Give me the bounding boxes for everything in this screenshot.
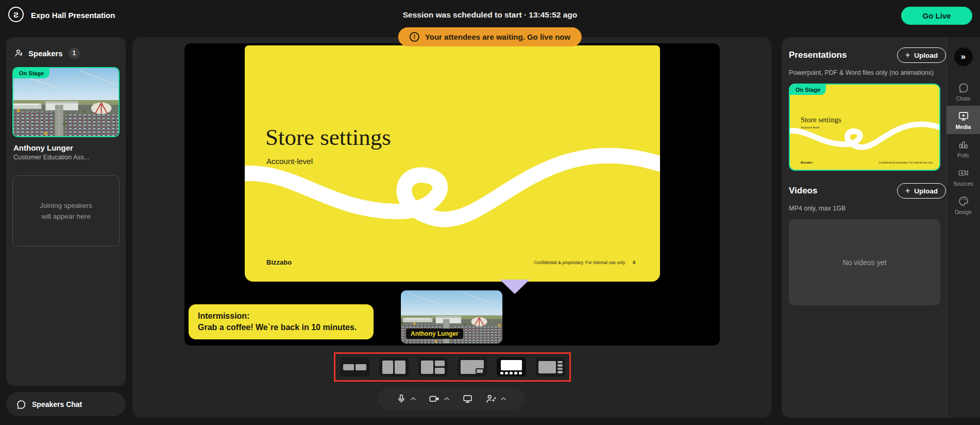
presentation-slide[interactable]: Store settings Account-level Bizzabo Con… [245, 45, 660, 282]
polls-icon [958, 139, 969, 150]
upload-label: Upload [914, 187, 938, 195]
camera-button[interactable] [429, 394, 440, 404]
session-title: Expo Hall Presentation [31, 11, 115, 20]
mini-slide-footer: Confidential & proprietary. For internal… [879, 161, 933, 164]
on-stage-badge: On Stage [790, 85, 826, 95]
stage-panel: Store settings Account-level Bizzabo Con… [132, 37, 771, 418]
go-live-button[interactable]: Go Live [901, 7, 972, 25]
mini-slide-title: Store settings [801, 116, 841, 124]
mini-slide-subtitle: Account-level [801, 126, 819, 129]
rail-label: Media [956, 124, 971, 130]
screen-share-icon [462, 394, 473, 404]
attendees-waiting-text: Your attendees are waiting. Go live now [425, 32, 570, 41]
upload-presentation-button[interactable]: + Upload [897, 47, 946, 63]
joining-line2: will appear here [41, 213, 90, 220]
rail-label: Chats [956, 95, 970, 102]
session-status-text: Session was scheduled to start · 13:45:5… [403, 10, 578, 20]
upload-label: Upload [914, 52, 938, 59]
layout-selector-toolbar [334, 352, 571, 382]
layout-option-presentation-with-strip[interactable] [497, 357, 526, 377]
speakers-chat-label: Speakers Chat [32, 400, 82, 408]
speaker-role: Customer Education Ass... [13, 154, 119, 161]
mini-slide-brand: Bizzabo [801, 161, 813, 164]
add-person-options-button[interactable] [500, 397, 506, 401]
stage-speaker-thumbnail[interactable]: Anthony Lunger [401, 290, 502, 344]
videos-hint: MP4 only, max 1GB [789, 205, 946, 212]
chats-icon [958, 82, 969, 93]
rail-item-media[interactable]: Media [947, 106, 980, 134]
speaker-card[interactable]: On Stage [12, 67, 120, 137]
side-rail: » Chats Media [946, 37, 980, 418]
slide-footer: Confidential & proprietary. For internal… [534, 259, 635, 265]
chevron-up-icon [410, 397, 416, 401]
camera-options-button[interactable] [444, 397, 450, 401]
rail-item-design[interactable]: Design [947, 191, 980, 219]
broadcast-studio: S Expo Hall Presentation Session was sch… [0, 0, 980, 425]
speakers-header: Speakers 1 [6, 37, 126, 67]
videos-empty-state: No videos yet [789, 219, 940, 305]
chat-bubble-icon [16, 399, 26, 410]
videos-title: Videos [789, 186, 817, 196]
rail-label: Design [955, 209, 972, 215]
layout-option-two-columns[interactable] [379, 357, 409, 377]
call-controls-bar [378, 388, 525, 410]
slide-page-number: 3 [633, 259, 635, 265]
bizzabo-logo-icon: S [8, 7, 24, 22]
add-person-sparkle-icon [485, 394, 497, 404]
screen-share-button[interactable] [462, 394, 473, 404]
attendees-waiting-banner[interactable]: ! Your attendees are waiting. Go live no… [398, 27, 582, 46]
rail-label: Sources [953, 181, 973, 187]
add-person-button[interactable] [485, 394, 497, 404]
slide-subtitle: Account-level [266, 157, 313, 166]
intermission-banner[interactable]: Intermission: Grab a coffee! We`re back … [189, 304, 374, 339]
plus-icon: + [905, 51, 910, 59]
upload-video-button[interactable]: + Upload [897, 183, 946, 199]
microphone-icon [396, 394, 407, 404]
pointer-arrow [500, 280, 530, 294]
joining-speakers-placeholder: Joining speakers will appear here [12, 175, 120, 247]
rail-item-sources[interactable]: Sources [947, 162, 980, 191]
camera-icon [429, 394, 440, 404]
presentations-title: Presentations [789, 50, 847, 60]
design-icon [958, 195, 969, 207]
plus-icon: + [905, 187, 910, 195]
layout-option-presentation-with-list[interactable] [536, 357, 565, 377]
sources-icon [958, 167, 969, 178]
speakers-chat-button[interactable]: Speakers Chat [6, 392, 126, 416]
presentations-hint: Powerpoint, PDF & Word files only (no an… [789, 69, 946, 76]
double-chevron-right-icon: » [961, 52, 966, 62]
microphone-options-button[interactable] [410, 397, 416, 401]
layout-option-two-tiles[interactable] [340, 357, 369, 377]
presentation-card[interactable]: On Stage Store settings Account-level Bi… [789, 84, 940, 171]
slide-title: Store settings [265, 124, 391, 151]
intermission-line2: Grab a coffee! We`re back in 10 minutes. [198, 322, 364, 333]
exclamation-icon: ! [410, 32, 419, 42]
joining-line1: Joining speakers [40, 202, 92, 209]
chevron-up-icon [444, 397, 450, 401]
speaker-person-icon [14, 48, 24, 58]
on-stage-badge: On Stage [13, 68, 49, 78]
layout-option-picture-in-picture[interactable] [458, 357, 487, 377]
media-icon [958, 110, 969, 122]
slide-brand-logo: Bizzabo [266, 258, 292, 266]
rail-item-chats[interactable]: Chats [947, 77, 980, 106]
layout-option-main-plus-stack[interactable] [418, 357, 448, 377]
speakers-count-badge: 1 [69, 47, 80, 59]
rail-item-polls[interactable]: Polls [947, 134, 980, 162]
videos-empty-text: No videos yet [843, 258, 887, 267]
chevron-up-icon [500, 397, 506, 401]
media-panel: Presentations + Upload Powerpoint, PDF &… [782, 37, 980, 418]
slide-footer-text: Confidential & proprietary. For internal… [534, 260, 626, 265]
collapse-panel-button[interactable]: » [954, 47, 973, 66]
speakers-panel: Speakers 1 On Stage Anthony Lunger Custo… [6, 37, 126, 386]
stage: Store settings Account-level Bizzabo Con… [184, 43, 720, 346]
speakers-title: Speakers [28, 49, 63, 58]
speaker-name: Anthony Lunger [13, 143, 119, 152]
speaker-name-tag: Anthony Lunger [406, 329, 463, 339]
rail-label: Polls [957, 152, 969, 158]
intermission-line1: Intermission: [198, 310, 364, 322]
microphone-button[interactable] [396, 394, 407, 404]
